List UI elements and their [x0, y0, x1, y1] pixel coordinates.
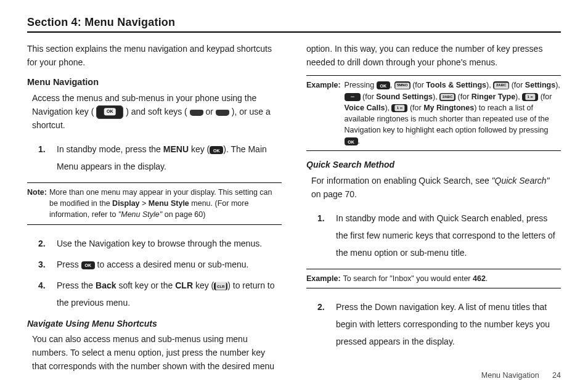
- note-box: Note: More than one menu may appear in y…: [27, 182, 282, 224]
- text: ),: [515, 92, 522, 101]
- two-column-layout: This section explains the menu navigatio…: [27, 41, 561, 379]
- step-text: In standby mode and with Quick Search en…: [336, 210, 561, 261]
- step-number: 1.: [317, 210, 329, 261]
- text: Pressing: [345, 81, 377, 89]
- sound-label: Sound Settings: [376, 92, 433, 101]
- footer-label: Menu Navigation: [481, 371, 539, 380]
- quick-search-link: "Quick Search": [492, 176, 550, 186]
- right-column: option. In this way, you can reduce the …: [306, 41, 561, 379]
- heading-shortcuts: Navigate Using Menu Shortcuts: [27, 317, 282, 331]
- inbox-code: 462: [473, 274, 486, 283]
- step-text: Press to access a desired menu or sub-me…: [57, 256, 282, 273]
- step-4: 4. Press the Back soft key or the CLR ke…: [27, 274, 282, 312]
- clr-label: CLR: [175, 280, 193, 290]
- note-text: More than one menu may appear in your di…: [49, 187, 282, 220]
- menu-style-label: Menu Style: [149, 199, 189, 208]
- shortcuts-text: You can also access menus and sub-menus …: [27, 333, 282, 373]
- text: ) and soft keys (: [126, 107, 187, 116]
- text: key (: [193, 280, 214, 290]
- note-label: Note:: [27, 187, 47, 220]
- step-number: 2.: [38, 235, 49, 252]
- example-box-2: Example: To search for "Inbox" you would…: [306, 269, 561, 288]
- ok-key-icon: [377, 81, 390, 89]
- step-1: 1. In standby mode, press the MENU key (…: [27, 138, 282, 176]
- menu-style-ref: "Menu Style": [118, 210, 162, 219]
- voice-label: Voice Calls: [345, 104, 385, 112]
- text: (for: [407, 104, 423, 112]
- heading-menu-navigation: Menu Navigation: [27, 75, 282, 89]
- text: key (: [189, 144, 210, 154]
- text: or: [206, 107, 216, 116]
- right-softkey-icon: [216, 110, 229, 116]
- step-text: Use the Navigation key to browse through…: [57, 235, 282, 252]
- text: (for: [410, 81, 427, 89]
- text: (for: [509, 81, 525, 89]
- continuation-text: option. In this way, you can reduce the …: [306, 43, 561, 69]
- back-label: Back: [96, 280, 116, 290]
- nav-access-text: Access the menus and sub-menus in your p…: [27, 92, 282, 132]
- text: ),: [433, 92, 439, 101]
- step-text: Press the Back soft key or the CLR key (…: [57, 277, 282, 311]
- text: ),: [555, 81, 560, 89]
- text: on page 60): [162, 210, 205, 219]
- text: ,: [390, 81, 394, 89]
- section-title: Section 4: Menu Navigation: [27, 16, 561, 29]
- text: to access a desired menu or sub-menu.: [95, 259, 249, 269]
- intro-text: This section explains the menu navigatio…: [27, 43, 282, 69]
- heading-quick-search: Quick Search Method: [306, 158, 561, 172]
- qs-step-2: 2. Press the Down navigation key. A list…: [306, 296, 561, 351]
- step-number: 2.: [317, 298, 329, 350]
- ok-key-icon: [81, 261, 95, 269]
- menu-label: MENU: [163, 144, 189, 154]
- myring-label: My Ringtones: [423, 104, 474, 112]
- example-label: Example:: [306, 273, 341, 284]
- step-3: 3. Press to access a desired menu or sub…: [27, 253, 282, 274]
- key-1-icon: [522, 93, 538, 101]
- text: Press: [57, 259, 81, 269]
- text: (for: [455, 92, 472, 101]
- navigation-key-icon: [96, 105, 123, 119]
- left-column: This section explains the menu navigatio…: [27, 41, 282, 379]
- page: Section 4: Menu Navigation This section …: [0, 0, 588, 392]
- step-text: In standby mode, press the MENU key (). …: [57, 141, 282, 175]
- example-text: To search for "Inbox" you would enter 46…: [343, 273, 561, 284]
- text: (for: [538, 92, 552, 101]
- page-number: 24: [552, 371, 561, 380]
- text: Press the: [57, 280, 96, 290]
- text: For information on enabling Quick Search…: [311, 176, 492, 186]
- key-5-icon: [394, 81, 410, 89]
- text: ),: [486, 81, 493, 89]
- quick-search-ref: For information on enabling Quick Search…: [306, 174, 561, 201]
- key-2-icon: [493, 81, 509, 89]
- text: soft key or the: [116, 280, 176, 290]
- tools-label: Tools & Settings: [426, 81, 486, 89]
- example-box-1: Example: Pressing , (for Tools & Setting…: [306, 75, 561, 151]
- text: >: [140, 199, 149, 208]
- example-label: Example:: [306, 80, 341, 147]
- footer: Menu Navigation 24: [481, 371, 561, 380]
- key-2-icon: [439, 93, 455, 101]
- left-softkey-icon: [190, 110, 203, 116]
- text: .: [358, 137, 360, 145]
- example-text: Pressing , (for Tools & Settings), (for …: [343, 80, 561, 147]
- step-text: Press the Down navigation key. A list of…: [336, 298, 561, 350]
- step-number: 1.: [38, 141, 49, 175]
- display-label: Display: [112, 199, 139, 208]
- text: (for: [362, 92, 376, 101]
- settings-label: Settings: [525, 81, 555, 89]
- key-1-icon: [391, 104, 407, 112]
- step-number: 3.: [38, 256, 49, 273]
- text: .: [486, 274, 488, 283]
- clr-key-icon: [214, 282, 227, 290]
- step-number: 4.: [38, 277, 49, 311]
- step-2: 2. Use the Navigation key to browse thro…: [27, 232, 282, 253]
- qs-step-1: 1. In standby mode and with Quick Search…: [306, 207, 561, 263]
- key-icon: [345, 93, 361, 101]
- text: In standby mode, press the: [57, 144, 163, 154]
- text: on page 70.: [311, 189, 357, 199]
- ringer-label: Ringer Type: [472, 92, 515, 101]
- title-rule: [27, 31, 561, 33]
- ok-key-icon: [210, 146, 223, 154]
- ok-key-icon: [345, 137, 358, 145]
- text: To search for "Inbox" you would enter: [343, 274, 473, 283]
